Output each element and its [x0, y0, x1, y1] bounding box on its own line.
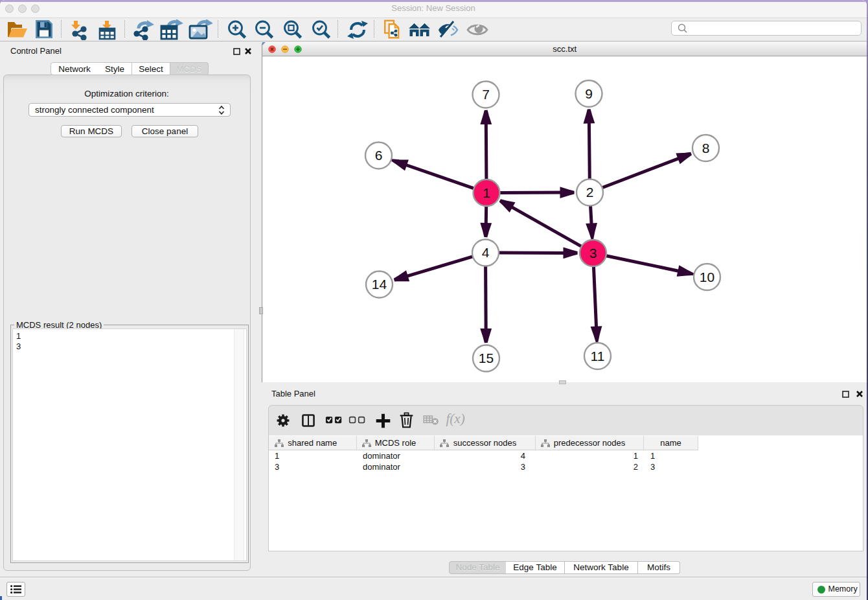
svg-text:14: 14: [371, 277, 387, 292]
svg-text:8: 8: [702, 141, 709, 156]
svg-text:2: 2: [586, 185, 593, 200]
svg-text:7: 7: [482, 87, 490, 102]
svg-text:10: 10: [699, 270, 714, 284]
svg-text:9: 9: [585, 86, 593, 101]
svg-text:15: 15: [478, 351, 493, 365]
svg-text:3: 3: [589, 246, 597, 260]
svg-text:6: 6: [374, 148, 382, 163]
svg-text:1: 1: [483, 185, 490, 200]
svg-text:4: 4: [481, 245, 489, 260]
svg-text:11: 11: [590, 349, 604, 363]
